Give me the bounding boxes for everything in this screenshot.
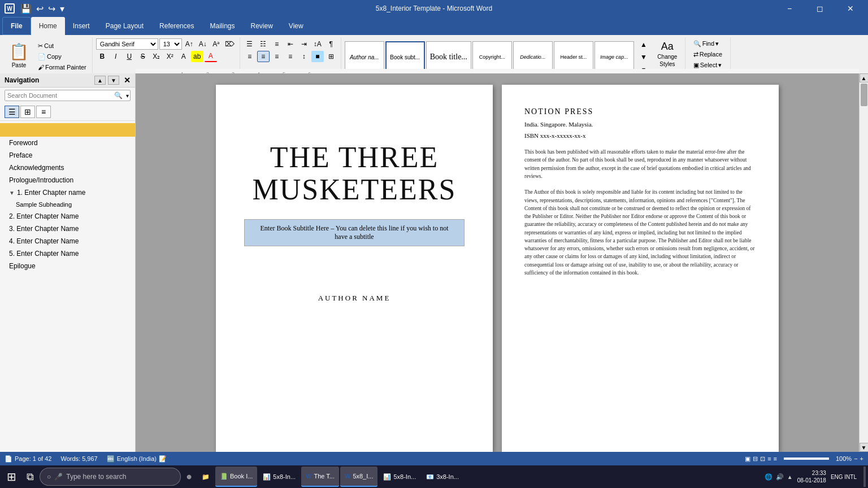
nav-item-chapter4[interactable]: 4. Enter Chapter Name <box>0 235 135 247</box>
styles-scroll-up[interactable]: ▲ <box>637 39 650 50</box>
grow-font-button[interactable]: A↑ <box>183 38 196 50</box>
start-button[interactable]: ⊞ <box>2 467 21 487</box>
volume-icon[interactable]: 🔊 <box>776 473 784 481</box>
nav-item-sample-subheading[interactable]: Sample Subheading <box>0 199 135 210</box>
outline-btn[interactable]: ≡ <box>767 455 771 462</box>
scroll-up-arrow[interactable]: ▲ <box>860 73 869 82</box>
taskbar-app-excel2[interactable]: 📊 5x8-In... <box>379 467 420 487</box>
minimize-button[interactable]: − <box>776 0 802 17</box>
nav-item-chapter2[interactable]: 2. Enter Chapter Name <box>0 210 135 223</box>
print-layout-btn[interactable]: ▣ <box>745 455 750 463</box>
highlight-button[interactable]: ab <box>191 51 203 62</box>
increase-indent-button[interactable]: ⇥ <box>298 38 310 50</box>
zoom-in-btn[interactable]: + <box>860 455 863 462</box>
zoom-out-btn[interactable]: − <box>854 455 857 462</box>
nav-view-headings[interactable]: ☰ <box>5 106 19 118</box>
nav-item-acknowledgments[interactable]: Acknowledgments <box>0 162 135 174</box>
nav-item-chapter3[interactable]: 3. Enter Chapter Name <box>0 223 135 235</box>
bold-button[interactable]: B <box>96 51 108 62</box>
style-book-title[interactable]: Book title... <box>426 41 471 73</box>
save-icon[interactable]: 💾 <box>19 2 33 15</box>
search-input[interactable] <box>5 90 112 101</box>
style-copyright[interactable]: Copyright... <box>472 41 512 73</box>
multilevel-button[interactable]: ≡ <box>271 38 283 50</box>
tab-mailings[interactable]: Mailings <box>202 17 242 35</box>
align-right-button[interactable]: ≡ <box>271 51 283 62</box>
nav-view-pages[interactable]: ⊞ <box>20 106 35 118</box>
shading-button[interactable]: ■ <box>311 51 324 62</box>
tab-home[interactable]: Home <box>31 17 65 35</box>
text-effects-button[interactable]: A <box>177 51 190 62</box>
nav-item-epilogue[interactable]: Epilogue <box>0 260 135 272</box>
web-layout-btn[interactable]: ⊡ <box>760 455 765 463</box>
nav-item-foreword[interactable]: Foreword <box>0 137 135 149</box>
taskbar-app-excel1[interactable]: 📊 5x8-In... <box>258 467 300 487</box>
network-icon[interactable]: 🌐 <box>765 473 772 481</box>
find-button[interactable]: 🔍 Find ▾ <box>691 38 721 49</box>
font-name-select[interactable]: Gandhi Serif <box>96 38 158 50</box>
undo-icon[interactable]: ↩ <box>35 2 45 15</box>
shrink-font-button[interactable]: A↓ <box>197 38 209 50</box>
style-image-cap[interactable]: Image cap... <box>594 41 634 73</box>
numbering-button[interactable]: ☷ <box>257 38 270 50</box>
tab-file[interactable]: File <box>2 17 31 35</box>
format-painter-button[interactable]: 🖌 Format Painter <box>36 62 89 72</box>
zoom-slider[interactable] <box>784 457 829 460</box>
taskbar-app-email[interactable]: 📧 3x8-In... <box>422 467 463 487</box>
nav-move-down[interactable]: ▼ <box>108 76 119 85</box>
style-author-name[interactable]: Author na... <box>345 41 384 73</box>
search-button[interactable]: 🔍 <box>112 90 125 101</box>
sort-button[interactable]: ↕A <box>311 38 324 50</box>
system-clock[interactable]: 23:33 08-01-2018 <box>797 469 826 484</box>
copy-button[interactable]: 📄 Copy <box>36 51 89 62</box>
nav-item-chapter1[interactable]: ▼ 1. Enter Chapter name <box>0 186 135 199</box>
task-view-button[interactable]: ⧉ <box>22 467 38 487</box>
tab-view[interactable]: View <box>281 17 311 35</box>
italic-button[interactable]: I <box>110 51 122 62</box>
scroll-thumb[interactable] <box>861 84 867 106</box>
font-size-select[interactable]: 13 <box>159 38 182 50</box>
tab-insert[interactable]: Insert <box>65 17 98 35</box>
show-hide-button[interactable]: ¶ <box>325 38 337 50</box>
nav-move-up[interactable]: ▲ <box>94 76 106 85</box>
taskbar-app-book1[interactable]: 📗 Book I... <box>215 467 257 487</box>
align-center-button[interactable]: ≡ <box>257 51 270 62</box>
taskbar-app-word2[interactable]: W 5x8_I... <box>340 467 377 487</box>
taskbar-app-word1[interactable]: W The T... <box>301 467 339 487</box>
cut-button[interactable]: ✂ Cut <box>36 41 89 51</box>
replace-button[interactable]: ⇄ Replace <box>691 49 724 59</box>
close-button[interactable]: ✕ <box>837 0 863 17</box>
page-title[interactable]: THE THREE MUSKETEERS Enter Book Subtitle… <box>216 85 493 452</box>
tab-references[interactable]: References <box>151 17 202 35</box>
search-dropdown[interactable]: ▾ <box>125 91 130 100</box>
tab-review[interactable]: Review <box>242 17 280 35</box>
taskbar-app-chrome[interactable]: ⊕ <box>182 467 196 487</box>
subscript-button[interactable]: X₂ <box>150 51 163 62</box>
change-case-button[interactable]: Aᵃ <box>210 38 223 50</box>
line-spacing-button[interactable]: ↕ <box>298 51 310 62</box>
nav-view-results[interactable]: ≡ <box>36 106 51 118</box>
style-book-subtitle[interactable]: Book subt... <box>385 41 425 73</box>
scroll-down-arrow[interactable]: ▼ <box>860 443 869 452</box>
bullets-button[interactable]: ☰ <box>244 38 256 50</box>
nav-item-preface[interactable]: Preface <box>0 149 135 162</box>
taskbar-search[interactable]: ○ 🎤 Type here to search <box>40 468 181 486</box>
customize-icon[interactable]: ▾ <box>59 2 66 15</box>
vertical-scrollbar[interactable]: ▲ ▼ <box>859 73 868 452</box>
style-dedication[interactable]: Dedicatio... <box>513 41 553 73</box>
restore-button[interactable]: ◻ <box>807 0 833 17</box>
decrease-indent-button[interactable]: ⇤ <box>284 38 297 50</box>
redo-icon[interactable]: ↪ <box>47 2 57 15</box>
nav-close-button[interactable]: ✕ <box>124 76 131 85</box>
borders-button[interactable]: ⊞ <box>325 51 337 62</box>
superscript-button[interactable]: X² <box>164 51 176 62</box>
justify-button[interactable]: ≡ <box>284 51 297 62</box>
underline-button[interactable]: U <box>123 51 136 62</box>
full-screen-btn[interactable]: ⊟ <box>753 455 758 463</box>
nav-item-chapter5[interactable]: 5. Enter Chapter Name <box>0 247 135 260</box>
styles-scroll-down[interactable]: ▼ <box>637 51 650 63</box>
show-desktop-button[interactable] <box>863 467 866 487</box>
tab-page-layout[interactable]: Page Layout <box>98 17 151 35</box>
clear-format-button[interactable]: ⌦ <box>224 38 236 50</box>
strikethrough-button[interactable]: S <box>137 51 149 62</box>
